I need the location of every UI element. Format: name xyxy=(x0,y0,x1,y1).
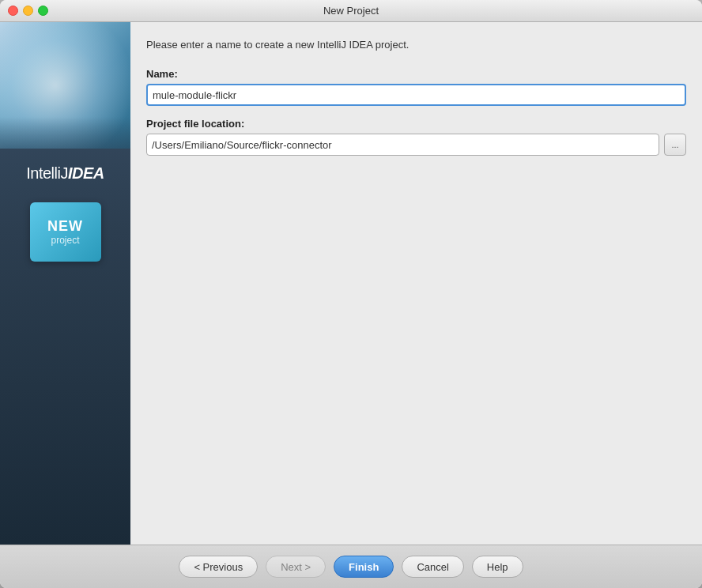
project-name-input[interactable] xyxy=(146,84,686,106)
location-section: Project file location: ... xyxy=(146,118,686,156)
browse-label: ... xyxy=(671,140,678,149)
name-section: Name: xyxy=(146,68,686,106)
window-title: New Project xyxy=(323,5,379,17)
traffic-lights xyxy=(8,6,48,16)
intellij-text: IntelliJ xyxy=(26,164,68,182)
idea-text: IDEA xyxy=(68,164,104,182)
finish-button[interactable]: Finish xyxy=(334,556,394,578)
sidebar: IntelliJIDEA NEW project xyxy=(0,22,130,545)
help-button[interactable]: Help xyxy=(472,556,523,578)
intellij-idea-logo: IntelliJIDEA xyxy=(26,164,104,183)
content-area: IntelliJIDEA NEW project Please enter a … xyxy=(0,22,702,545)
project-location-input[interactable] xyxy=(146,134,659,156)
close-button[interactable] xyxy=(8,6,18,16)
empty-space xyxy=(146,168,686,545)
browse-button[interactable]: ... xyxy=(664,134,686,156)
cancel-button[interactable]: Cancel xyxy=(402,556,463,578)
previous-button[interactable]: < Previous xyxy=(179,556,258,578)
main-content: Please enter a name to create a new Inte… xyxy=(130,22,702,545)
new-project-badge: NEW project xyxy=(30,202,101,262)
sidebar-water-image xyxy=(0,22,130,149)
badge-project-label: project xyxy=(51,235,79,246)
location-row: ... xyxy=(146,134,686,156)
button-bar: < Previous Next > Finish Cancel Help xyxy=(0,545,702,588)
title-bar: New Project xyxy=(0,0,702,22)
intro-text: Please enter a name to create a new Inte… xyxy=(146,38,686,52)
maximize-button[interactable] xyxy=(38,6,48,16)
location-label: Project file location: xyxy=(146,118,686,130)
sidebar-logo: IntelliJIDEA xyxy=(18,149,112,190)
name-label: Name: xyxy=(146,68,686,80)
main-window: New Project IntelliJIDEA NEW project Ple… xyxy=(0,0,702,588)
badge-new-label: NEW xyxy=(47,218,83,236)
minimize-button[interactable] xyxy=(23,6,33,16)
next-button[interactable]: Next > xyxy=(266,556,326,578)
